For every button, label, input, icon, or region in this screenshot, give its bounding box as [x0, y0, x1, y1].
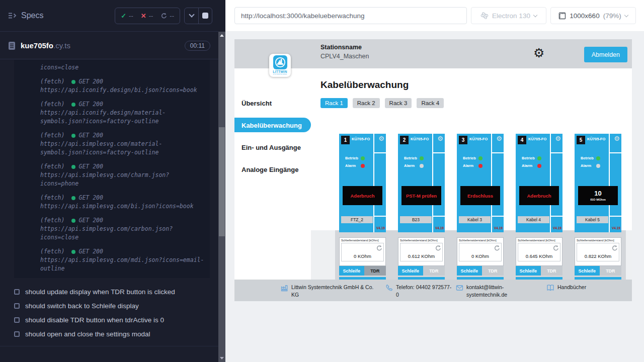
log-url-line: https://api.simplesvg.com/bi.json?icons=… — [40, 202, 206, 211]
phone-icon — [385, 284, 393, 292]
log-entry[interactable]: (fetch)GET 200https://api.simplesvg.com/… — [40, 216, 206, 242]
resistance-panel: Schleifenwiderstand [kOhm]0 KOhm — [339, 237, 386, 266]
sidebar-item-4[interactable]: Analoge Eingänge — [234, 158, 311, 180]
alarm-led — [478, 164, 482, 168]
schleife-button[interactable]: Schleife — [457, 266, 482, 276]
refresh-button[interactable] — [376, 244, 382, 253]
test-item[interactable]: should disable TDR button when tdrActive… — [14, 313, 213, 327]
card-buttons: SchleifeTDR — [398, 266, 445, 276]
sidebar-item-label: Ein- und Ausgänge — [242, 144, 301, 151]
schleife-button[interactable]: Schleife — [339, 266, 364, 276]
tdr-button[interactable]: TDR — [423, 266, 445, 276]
fetch-label: (fetch) — [40, 162, 64, 171]
display-status-text: Erdschluss — [467, 193, 493, 199]
device-display: PST-M prüfen — [401, 186, 441, 205]
device-version: V4.19 — [553, 226, 561, 230]
specs-toggle[interactable]: Specs — [8, 11, 43, 20]
log-entry[interactable]: (fetch)GET 200https://api.iconify.design… — [40, 77, 206, 95]
viewport-selector[interactable]: 1000x660 (79%) — [550, 7, 636, 24]
rack-tab[interactable]: Rack 4 — [417, 98, 444, 108]
tdr-button[interactable]: TDR — [482, 266, 504, 276]
reporter-scrollbar[interactable] — [218, 32, 225, 362]
module-divider — [551, 152, 562, 153]
command-log[interactable]: icons=close(fetch)GET 200https://api.ico… — [14, 60, 210, 278]
refresh-button[interactable] — [435, 244, 441, 253]
device-settings-icon[interactable]: ⚙ — [437, 135, 443, 142]
refresh-button[interactable] — [552, 244, 559, 253]
log-url-line: outline — [40, 264, 206, 273]
littwin-logo: LITTWIN SYSTEMTECHNIK — [269, 54, 291, 77]
book-icon — [546, 284, 554, 292]
refresh-icon — [376, 245, 382, 251]
log-entry[interactable]: (fetch)GET 200https://api.simplesvg.com/… — [40, 247, 206, 273]
footer-manuals[interactable]: Handbücher — [546, 284, 586, 292]
device-channel: B23 — [400, 216, 432, 223]
schleife-button[interactable]: Schleife — [516, 266, 541, 276]
http-status: GET 200 — [78, 162, 103, 171]
test-item[interactable]: should switch back to Schleife display — [14, 299, 213, 313]
device-card: 1KÜ705-FO⚙BetriebAlarmAderbruchFTZ_2V4.1… — [339, 134, 386, 286]
browser-selector[interactable]: Electron 130 — [471, 7, 546, 24]
tdr-button[interactable]: TDR — [600, 266, 621, 276]
refresh-button[interactable] — [611, 244, 618, 253]
resistance-value: 0.612 KOhm — [400, 253, 442, 259]
stop-button[interactable] — [198, 8, 212, 24]
fetch-label: (fetch) — [40, 216, 64, 225]
device-model: KÜ705-FO — [411, 137, 429, 141]
sidebar-item-2[interactable]: Kabelüberwachung — [234, 114, 311, 136]
rack-tab[interactable]: Rack 2 — [353, 98, 380, 108]
specs-label: Specs — [21, 11, 43, 20]
log-entry[interactable]: icons=close — [40, 63, 206, 72]
device-settings-icon[interactable]: ⚙ — [555, 135, 561, 142]
log-entry[interactable]: (fetch)GET 200https://api.simplesvg.com/… — [40, 194, 206, 211]
sidebar-item-3[interactable]: Ein- und Ausgänge — [234, 136, 311, 158]
footer-email: kontakt@littwin-systemtechnik.de — [456, 284, 546, 299]
alarm-label: Alarm — [581, 163, 594, 168]
tdr-button[interactable]: TDR — [541, 266, 562, 276]
device-number: 5 — [577, 136, 585, 144]
sidebar-item-1[interactable]: Übersicht — [234, 92, 311, 114]
module-divider — [491, 134, 492, 232]
device-card: 3KÜ705-FO⚙BetriebAlarmErdschlussKabel 3V… — [457, 134, 504, 286]
scrollbar-thumb[interactable] — [219, 127, 225, 236]
tdr-button[interactable]: TDR — [364, 266, 386, 276]
device-channel: FTZ_2 — [341, 216, 373, 223]
device-settings-icon[interactable]: ⚙ — [496, 135, 502, 142]
schleife-button[interactable]: Schleife — [575, 266, 600, 276]
test-item[interactable]: should update display when TDR button is… — [14, 285, 213, 299]
footer-phone: Telefon: 04402 972577-0 — [385, 284, 456, 299]
device-version: V4.19 — [612, 226, 620, 230]
refresh-icon — [552, 245, 559, 251]
device-number: 3 — [459, 136, 467, 144]
schleife-button[interactable]: Schleife — [398, 266, 423, 276]
http-status: GET 200 — [78, 131, 103, 140]
log-entry[interactable]: (fetch)GET 200https://api.simplesvg.com/… — [40, 162, 206, 188]
success-dot-icon — [71, 103, 75, 107]
test-item[interactable]: should open and close the settings modal — [14, 327, 213, 341]
device-number: 1 — [341, 136, 350, 144]
device-version: V4.19 — [494, 226, 503, 230]
device-channel: Kabel 4 — [518, 216, 549, 223]
url-input[interactable] — [234, 7, 467, 24]
success-dot-icon — [71, 80, 75, 84]
spec-file-row[interactable]: kue705fo.cy.ts 00:11 — [0, 32, 218, 59]
log-entry[interactable]: (fetch)GET 200https://api.simplesvg.com/… — [40, 131, 206, 157]
betrieb-led — [420, 156, 424, 160]
browser-name: Electron 130 — [492, 12, 530, 20]
rack-tab[interactable]: Rack 3 — [385, 98, 412, 108]
scroll-up-icon — [220, 34, 224, 37]
device-settings-icon[interactable]: ⚙ — [614, 135, 620, 142]
footer-phone-text[interactable]: Telefon: 04402 972577-0 — [396, 284, 452, 299]
device-settings-icon[interactable]: ⚙ — [378, 135, 384, 142]
viewport-size: 1000x660 — [570, 12, 599, 20]
collapse-button[interactable] — [185, 8, 198, 24]
logout-button[interactable]: Abmelden — [584, 47, 627, 62]
refresh-button[interactable] — [494, 244, 500, 253]
footer-email-text[interactable]: kontakt@littwin-systemtechnik.de — [466, 284, 519, 299]
rack-tab[interactable]: Rack 1 — [320, 98, 348, 108]
footer-company-text: Littwin Systemtechnik GmbH & Co. KG — [291, 284, 378, 299]
alarm-led — [537, 164, 541, 168]
log-entry[interactable]: (fetch)GET 200https://api.iconify.design… — [40, 100, 206, 126]
settings-gear-icon[interactable]: ⚙ — [533, 47, 544, 59]
resistance-value: 0.822 KOhm — [577, 253, 619, 259]
